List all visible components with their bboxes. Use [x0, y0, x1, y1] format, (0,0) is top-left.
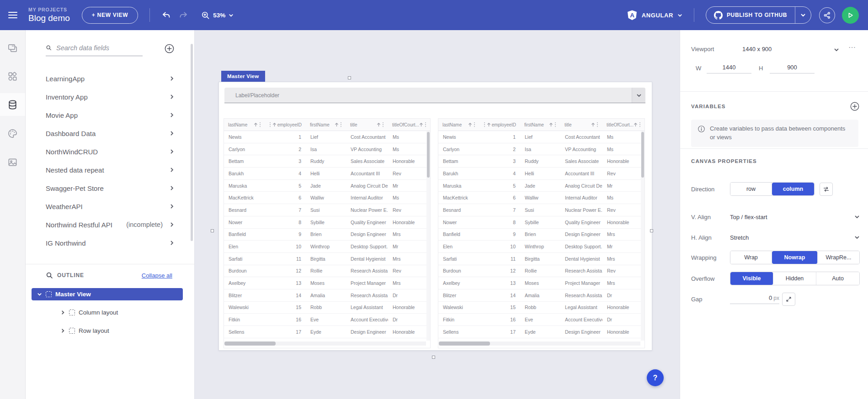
search-input[interactable] — [56, 44, 143, 52]
direction-option-column[interactable]: column — [772, 183, 814, 195]
search-icon[interactable] — [46, 272, 53, 279]
grid-row[interactable]: Carlyon2IsaVP AccountingMs — [224, 143, 430, 156]
grid-row[interactable]: Elen10WinthropDesktop Support...Mr — [438, 241, 644, 253]
share-button[interactable] — [819, 7, 835, 23]
gap-input[interactable]: 0 px — [730, 294, 779, 304]
sort-arrow-icon[interactable] — [377, 122, 381, 127]
outline-item-row-layout[interactable]: Row layout — [60, 325, 109, 337]
chevron-right-icon[interactable] — [169, 185, 175, 191]
grid-row[interactable]: Banfield9BrienDesign EngineerMrs — [438, 229, 644, 241]
scrollbar-thumb[interactable] — [439, 341, 490, 346]
rail-item-components[interactable] — [0, 65, 25, 88]
wrapping-option-wrap[interactable]: Wrap — [730, 251, 772, 264]
add-variable-button[interactable] — [850, 101, 860, 111]
grid-row[interactable]: Carlyon2IsaVP AccountingMs — [438, 143, 644, 156]
gap-advanced-button[interactable] — [782, 293, 795, 306]
sort-arrow-icon[interactable] — [335, 122, 339, 127]
h-align-row[interactable]: H. Align Stretch — [691, 231, 860, 244]
grid-row[interactable]: Nower8SybilleQuality EngineerHonorable — [438, 216, 644, 229]
overflow-option-visible[interactable]: Visible — [730, 272, 773, 285]
grid-row[interactable]: Sarfati11BirgittaDental HygienistMrs — [438, 253, 644, 265]
scrollbar-thumb[interactable] — [641, 132, 644, 178]
panel-scrollbar[interactable] — [191, 44, 193, 241]
preview-play-button[interactable] — [842, 7, 859, 24]
grid-column-header[interactable]: lastName — [438, 119, 479, 131]
publish-options-button[interactable] — [795, 7, 811, 23]
view-tab[interactable]: Master View — [221, 71, 265, 82]
kebab-menu-icon[interactable] — [596, 122, 598, 127]
grid-row[interactable]: Barukh4HelliAccountant IIIRev — [224, 168, 430, 180]
help-button[interactable]: ? — [647, 369, 664, 386]
chevron-right-icon[interactable] — [169, 167, 175, 173]
grid-row[interactable]: Maruska5JadeAnalog Circuit De...Mr — [224, 180, 430, 192]
chevron-down-icon[interactable] — [854, 235, 860, 240]
sort-arrow-icon[interactable] — [549, 122, 553, 127]
combobox-toggle-button[interactable] — [632, 88, 645, 103]
kebab-menu-icon[interactable] — [474, 122, 475, 127]
kebab-menu-icon[interactable] — [382, 122, 384, 127]
chevron-right-icon[interactable] — [169, 94, 175, 100]
rail-item-theme[interactable] — [0, 122, 25, 145]
wrapping-option-nowrap[interactable]: Nowrap — [772, 251, 818, 264]
grid-row[interactable]: Besnard7SusiNuclear Power E...Rev — [224, 204, 430, 216]
grid-row[interactable]: Axelbey13MosesProject ManagerMrs — [224, 277, 430, 289]
grid-row[interactable]: Bettam3RuddySales AssociateHonorable — [438, 155, 644, 168]
data-source-item[interactable]: NorthWindCRUD — [26, 142, 195, 161]
grid-row[interactable]: Blitzer14AmaliaResearch Assista...Dr — [224, 289, 430, 302]
grid-row[interactable]: Banfield9BrienDesign EngineerMrs — [224, 229, 430, 241]
sort-arrow-icon[interactable] — [591, 122, 595, 127]
grid-column-header[interactable]: title — [346, 119, 388, 131]
grid-row[interactable]: Newis1LiefCost AccountantMs — [438, 131, 644, 143]
scrollbar-thumb[interactable] — [427, 132, 430, 178]
grid-row[interactable]: MacKettrick6WalliwInternal AuditorMs — [224, 192, 430, 204]
grid-row[interactable]: Fitkin16EveAccount ExecutiveDr — [438, 314, 644, 326]
grid-row[interactable]: Burdoun12RollieResearch Assista...Rev — [438, 265, 644, 278]
master-view-canvas[interactable]: Label/Placeholder lastNameemployeeIDfirs… — [218, 82, 652, 351]
grid-column-header[interactable]: lastName — [224, 119, 265, 131]
grid-vertical-scrollbar[interactable] — [641, 131, 644, 341]
grid-vertical-scrollbar[interactable] — [426, 131, 430, 341]
sort-arrow-icon[interactable] — [487, 122, 491, 127]
chevron-right-icon[interactable] — [169, 222, 175, 227]
sort-arrow-icon[interactable] — [254, 122, 258, 127]
data-source-item[interactable]: IG Northwind — [26, 234, 195, 252]
rail-item-views[interactable] — [0, 37, 25, 59]
grid-row[interactable]: Besnard7SusiNuclear Power E...Rev — [438, 204, 644, 216]
kebab-menu-icon[interactable] — [554, 122, 556, 127]
grid-row[interactable]: Sellens17EydeDesign EngineerHonorable — [438, 326, 644, 338]
publish-to-github-button[interactable]: PUBLISH TO GITHUB — [706, 6, 811, 24]
v-align-select[interactable]: Top / flex-start — [730, 214, 767, 220]
sort-arrow-icon[interactable] — [468, 122, 472, 127]
collapse-all-link[interactable]: Collapse all — [142, 272, 172, 279]
chevron-right-icon[interactable] — [169, 240, 175, 246]
swap-direction-button[interactable] — [820, 183, 833, 196]
v-align-row[interactable]: V. Align Top / flex-start — [691, 210, 860, 224]
grid-column-header[interactable]: firstName — [520, 119, 560, 131]
grid-row[interactable]: Nower8SybilleQuality EngineerHonorable — [224, 216, 430, 229]
grid-row[interactable]: Newis1LiefCost AccountantMs — [224, 131, 430, 143]
grid-row[interactable]: Fitkin16EveAccount ExecutiveDr — [224, 314, 430, 326]
rail-item-assets[interactable] — [0, 151, 25, 173]
viewport-select[interactable]: 1440 x 900 — [742, 46, 772, 52]
height-input[interactable]: 900 — [770, 64, 815, 74]
grid-row[interactable]: Blitzer14AmaliaResearch Assista...Dr — [438, 289, 644, 302]
design-canvas-area[interactable]: Master View Label/Placeholder lastNameem… — [195, 30, 680, 399]
chevron-right-icon[interactable] — [60, 310, 65, 315]
hamburger-menu-icon[interactable] — [0, 10, 26, 20]
rail-item-data[interactable] — [0, 93, 25, 116]
grid-column-header[interactable]: firstName — [306, 119, 346, 131]
grid-row[interactable]: Axelbey13MosesProject ManagerMrs — [438, 277, 644, 289]
kebab-menu-icon[interactable] — [340, 122, 342, 127]
kebab-menu-icon[interactable] — [259, 122, 261, 127]
combobox-component[interactable]: Label/Placeholder — [224, 88, 645, 103]
chevron-down-icon[interactable] — [37, 292, 42, 297]
kebab-menu-icon[interactable] — [484, 122, 485, 127]
publish-main[interactable]: PUBLISH TO GITHUB — [706, 7, 795, 23]
outline-item-column-layout[interactable]: Column layout — [60, 306, 118, 319]
sort-arrow-icon[interactable] — [419, 122, 423, 127]
chevron-right-icon[interactable] — [169, 149, 175, 154]
kebab-menu-icon[interactable] — [425, 122, 426, 127]
grid-column-header[interactable]: employeeID — [265, 119, 306, 131]
data-grid-1[interactable]: lastNameemployeeIDfirstNametitletitleOfC… — [224, 118, 431, 348]
overflow-option-hidden[interactable]: Hidden — [773, 272, 816, 285]
